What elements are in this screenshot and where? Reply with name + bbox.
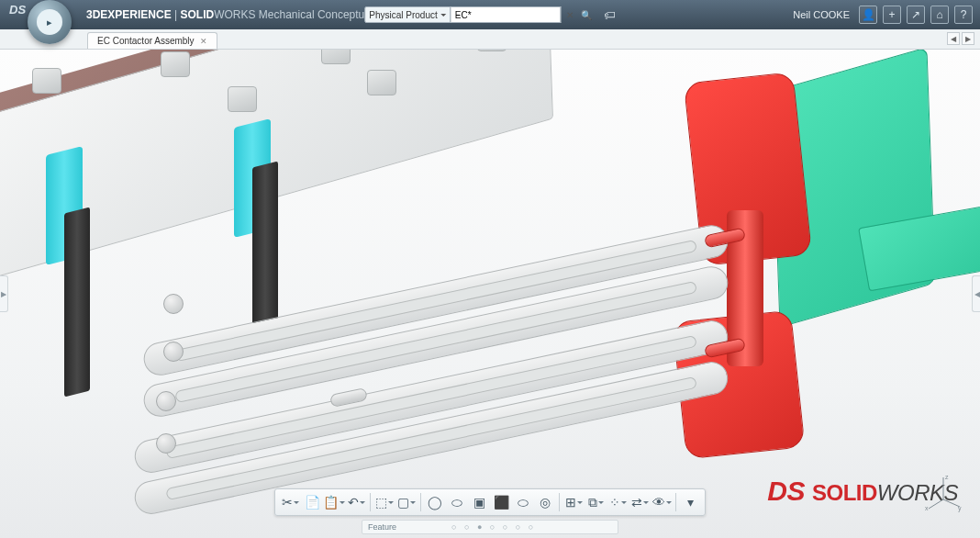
ellipse-icon[interactable]: ⬭ bbox=[446, 491, 468, 513]
orientation-triad[interactable]: z y x bbox=[925, 474, 962, 510]
paste-icon[interactable]: 📋 bbox=[323, 491, 345, 513]
toolbar-separator bbox=[370, 493, 371, 511]
play-icon: ▸ bbox=[37, 9, 62, 35]
mate-icon[interactable]: ⧉ bbox=[585, 491, 607, 513]
help-button[interactable]: ? bbox=[954, 6, 973, 24]
tab-prev-button[interactable]: ◀ bbox=[947, 32, 960, 45]
toolbar-separator bbox=[559, 493, 560, 511]
view-icon[interactable]: 👁 bbox=[651, 491, 673, 513]
axis-x-label: x bbox=[925, 505, 929, 511]
cylinder-icon[interactable]: ◎ bbox=[534, 491, 556, 513]
cut-icon[interactable]: ✂ bbox=[279, 491, 301, 513]
compass-button[interactable]: ▸ bbox=[28, 0, 72, 44]
heads-up-toolbar: ✂📄📋↶⬚▢◯⬭▣⬛⬭◎⊞⧉⁘⇄👁▾ bbox=[274, 488, 706, 516]
search-input[interactable] bbox=[451, 6, 562, 23]
search-go-icon[interactable]: 🔍 bbox=[578, 6, 595, 23]
tab-nav: ◀ ▶ bbox=[947, 32, 974, 45]
share-button[interactable]: ↗ bbox=[907, 6, 925, 24]
circle-icon[interactable]: ◯ bbox=[424, 491, 446, 513]
feature-label: Feature bbox=[368, 522, 396, 532]
assembly-icon[interactable]: ⊞ bbox=[562, 491, 585, 513]
tag-icon[interactable]: 🏷 bbox=[604, 8, 616, 22]
undo-icon[interactable]: ↶ bbox=[345, 491, 367, 513]
search-type-dropdown[interactable]: Physical Product bbox=[364, 6, 451, 23]
header-right: Neil COOKE 👤 + ↗ ⌂ ? bbox=[793, 6, 973, 24]
add-button[interactable]: + bbox=[883, 6, 901, 24]
user-name: Neil COOKE bbox=[793, 9, 850, 20]
axis-z-label: z bbox=[945, 474, 949, 480]
pattern-icon[interactable]: ⁘ bbox=[607, 491, 629, 513]
toolbar-separator bbox=[420, 493, 421, 511]
app-title: 3DEXPERIENCE | SOLIDWORKS Mechanical Con… bbox=[86, 8, 373, 21]
box-icon[interactable]: ⬛ bbox=[490, 491, 512, 513]
search-clear-icon[interactable]: ✕ bbox=[562, 6, 578, 23]
primitive-icon[interactable]: ▢ bbox=[395, 491, 418, 513]
app-header: DS ▸ 3DEXPERIENCE | SOLIDWORKS Mechanica… bbox=[0, 0, 980, 29]
graphics-viewport[interactable]: ▶ ◀ DS SOLIDWORKS z y x ✂📄📋↶⬚▢◯⬭▣⬛⬭◎⊞⧉⁘⇄… bbox=[0, 50, 980, 538]
left-panel-handle[interactable]: ▶ bbox=[0, 275, 8, 312]
model-view bbox=[0, 50, 980, 538]
document-tab[interactable]: EC Contactor Assembly ✕ bbox=[87, 32, 217, 49]
tab-label: EC Contactor Assembly bbox=[97, 36, 195, 46]
ds-logo-icon: DS bbox=[767, 476, 805, 507]
capsule-icon[interactable]: ⬭ bbox=[512, 491, 534, 513]
right-panel-handle[interactable]: ◀ bbox=[972, 275, 980, 312]
new-part-icon[interactable]: ⬚ bbox=[373, 491, 395, 513]
toolbar-separator bbox=[675, 493, 676, 511]
close-icon[interactable]: ✕ bbox=[200, 37, 207, 46]
svg-line-2 bbox=[929, 499, 943, 509]
tab-strip: EC Contactor Assembly ✕ ◀ ▶ bbox=[0, 29, 980, 50]
feature-dots: ○ ○ ● ○ ○ ○ ○ bbox=[451, 522, 536, 532]
user-profile-button[interactable]: 👤 bbox=[859, 6, 877, 24]
move-icon[interactable]: ⇄ bbox=[629, 491, 651, 513]
home-button[interactable]: ⌂ bbox=[930, 6, 949, 24]
tab-next-button[interactable]: ▶ bbox=[962, 32, 974, 45]
search-group: Physical Product ✕ 🔍 🏷 bbox=[364, 6, 615, 24]
copy-icon[interactable]: 📄 bbox=[301, 491, 323, 513]
cube-icon[interactable]: ▣ bbox=[468, 491, 490, 513]
feature-bar[interactable]: Feature ○ ○ ● ○ ○ ○ ○ bbox=[362, 520, 618, 534]
ds-logo-text: DS bbox=[9, 3, 26, 17]
expand-icon[interactable]: ▾ bbox=[679, 491, 701, 513]
axis-y-label: y bbox=[958, 505, 962, 512]
